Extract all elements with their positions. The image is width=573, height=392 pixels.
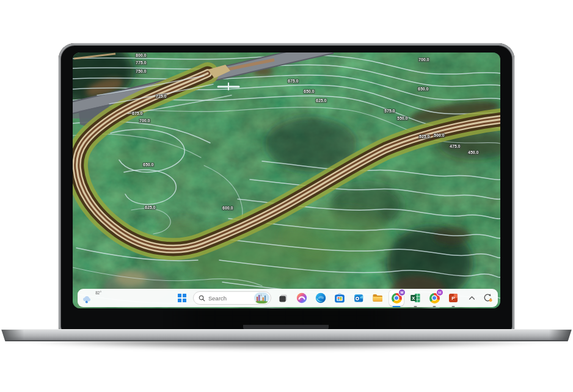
copilot-icon: [296, 292, 307, 303]
windows-start-icon: [178, 294, 187, 303]
task-view-icon: [279, 294, 288, 303]
chevron-up-icon: [469, 295, 475, 301]
file-explorer-icon: [372, 292, 383, 303]
taskbar-app-row: Search: [175, 289, 461, 307]
svg-text:P: P: [451, 296, 455, 301]
task-view-button[interactable]: [276, 290, 290, 306]
weather-widget[interactable]: 82°: [82, 291, 103, 305]
laptop-shell: 800.0775.0750.0725.0675.0700.0650.0625.0…: [59, 43, 514, 334]
outlook-button[interactable]: [351, 290, 366, 306]
laptop-mockup: 800.0775.0750.0725.0675.0700.0650.0625.0…: [0, 0, 573, 392]
laptop-screen: 800.0775.0750.0725.0675.0700.0650.0625.0…: [73, 53, 500, 308]
start-button[interactable]: [175, 291, 189, 305]
city-skyline-thumbnail[interactable]: [254, 292, 269, 303]
terrain-map-viewport[interactable]: [73, 53, 500, 308]
microsoft-store-button[interactable]: [332, 290, 347, 306]
copilot-button[interactable]: [294, 290, 309, 306]
excel-icon: X: [410, 292, 421, 303]
magnifier-icon: [199, 295, 205, 302]
taskbar: 82° Search: [78, 289, 498, 307]
running-indicator: [452, 306, 455, 307]
search-placeholder: Search: [208, 295, 251, 302]
sync-notification-dot: [489, 299, 492, 302]
file-explorer-button[interactable]: [370, 290, 385, 306]
microsoft-store-icon: [334, 292, 345, 303]
laptop-base: [1, 329, 572, 341]
running-indicator: [393, 306, 401, 308]
running-indicator: [433, 306, 436, 307]
edge-icon: [315, 292, 326, 303]
running-indicator: [414, 306, 417, 307]
chrome-profile-m-button[interactable]: M: [389, 290, 404, 306]
sync-status-button[interactable]: [483, 292, 492, 304]
search-box[interactable]: Search: [193, 291, 271, 305]
excel-button[interactable]: X: [408, 290, 423, 306]
taskbar-tray: [467, 289, 492, 307]
partly-cloudy-icon: [82, 295, 92, 303]
powerpoint-button[interactable]: P: [446, 290, 461, 306]
chrome-profile-badge: M: [399, 289, 405, 296]
edge-button[interactable]: [313, 290, 328, 306]
chrome-profile-h-button[interactable]: H: [427, 290, 442, 306]
svg-text:X: X: [412, 296, 415, 301]
powerpoint-icon: P: [448, 292, 459, 303]
chrome-profile-badge: H: [437, 289, 443, 296]
outlook-icon: [353, 292, 364, 303]
weather-temp: 82°: [95, 291, 101, 295]
show-hidden-icons-button[interactable]: [467, 292, 476, 304]
sync-refresh-icon: [483, 293, 492, 303]
laptop-shadow: [9, 340, 564, 350]
